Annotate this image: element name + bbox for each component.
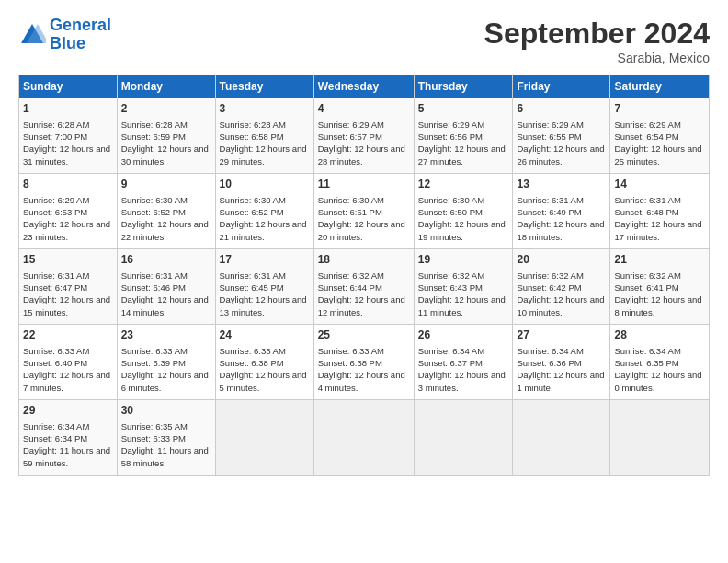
col-monday: Monday [117, 75, 215, 98]
col-tuesday: Tuesday [215, 75, 313, 98]
day-9: 9 Sunrise: 6:30 AMSunset: 6:52 PMDayligh… [117, 174, 215, 249]
day-8: 8 Sunrise: 6:29 AMSunset: 6:53 PMDayligh… [19, 174, 118, 249]
day-21: 21 Sunrise: 6:32 AMSunset: 6:41 PMDaylig… [610, 249, 710, 325]
day-13: 13 Sunrise: 6:31 AMSunset: 6:49 PMDaylig… [513, 174, 610, 249]
title-block: September 2024 Sarabia, Mexico [484, 17, 710, 65]
table-row: 1 Sunrise: 6:28 AMSunset: 7:00 PMDayligh… [19, 98, 710, 174]
logo-general: General [50, 16, 111, 34]
day-12: 12 Sunrise: 6:30 AMSunset: 6:50 PMDaylig… [414, 174, 513, 249]
table-row: 29 Sunrise: 6:34 AMSunset: 6:34 PMDaylig… [19, 400, 710, 476]
day-11: 11 Sunrise: 6:30 AMSunset: 6:51 PMDaylig… [313, 174, 414, 249]
day-7: 7 Sunrise: 6:29 AMSunset: 6:54 PMDayligh… [610, 98, 710, 174]
col-saturday: Saturday [610, 75, 710, 98]
day-22: 22 Sunrise: 6:33 AMSunset: 6:40 PMDaylig… [19, 325, 118, 400]
day-15: 15 Sunrise: 6:31 AMSunset: 6:47 PMDaylig… [19, 249, 118, 325]
empty-cell [313, 400, 414, 476]
location-subtitle: Sarabia, Mexico [484, 51, 710, 65]
day-28: 28 Sunrise: 6:34 AMSunset: 6:35 PMDaylig… [610, 325, 710, 400]
weekday-header-row: Sunday Monday Tuesday Wednesday Thursday… [19, 75, 710, 98]
col-thursday: Thursday [414, 75, 513, 98]
day-26: 26 Sunrise: 6:34 AMSunset: 6:37 PMDaylig… [414, 325, 513, 400]
empty-cell [215, 400, 313, 476]
day-10: 10 Sunrise: 6:30 AMSunset: 6:52 PMDaylig… [215, 174, 313, 249]
col-wednesday: Wednesday [313, 75, 414, 98]
day-27: 27 Sunrise: 6:34 AMSunset: 6:36 PMDaylig… [513, 325, 610, 400]
day-30: 30 Sunrise: 6:35 AMSunset: 6:33 PMDaylig… [117, 400, 215, 476]
day-23: 23 Sunrise: 6:33 AMSunset: 6:39 PMDaylig… [117, 325, 215, 400]
day-14: 14 Sunrise: 6:31 AMSunset: 6:48 PMDaylig… [610, 174, 710, 249]
col-sunday: Sunday [19, 75, 118, 98]
day-4: 4 Sunrise: 6:29 AMSunset: 6:57 PMDayligh… [313, 98, 414, 174]
empty-cell [610, 400, 710, 476]
day-3: 3 Sunrise: 6:28 AMSunset: 6:58 PMDayligh… [215, 98, 313, 174]
day-19: 19 Sunrise: 6:32 AMSunset: 6:43 PMDaylig… [414, 249, 513, 325]
logo: General Blue [18, 17, 111, 53]
logo-blue: Blue [50, 34, 85, 52]
month-title: September 2024 [484, 17, 710, 51]
col-friday: Friday [513, 75, 610, 98]
day-5: 5 Sunrise: 6:29 AMSunset: 6:56 PMDayligh… [414, 98, 513, 174]
table-row: 22 Sunrise: 6:33 AMSunset: 6:40 PMDaylig… [19, 325, 710, 400]
day-24: 24 Sunrise: 6:33 AMSunset: 6:38 PMDaylig… [215, 325, 313, 400]
calendar-table: Sunday Monday Tuesday Wednesday Thursday… [18, 75, 710, 476]
table-row: 15 Sunrise: 6:31 AMSunset: 6:47 PMDaylig… [19, 249, 710, 325]
day-20: 20 Sunrise: 6:32 AMSunset: 6:42 PMDaylig… [513, 249, 610, 325]
table-row: 8 Sunrise: 6:29 AMSunset: 6:53 PMDayligh… [19, 174, 710, 249]
day-2: 2 Sunrise: 6:28 AMSunset: 6:59 PMDayligh… [117, 98, 215, 174]
header: General Blue September 2024 Sarabia, Mex… [18, 17, 710, 65]
day-6: 6 Sunrise: 6:29 AMSunset: 6:55 PMDayligh… [513, 98, 610, 174]
day-17: 17 Sunrise: 6:31 AMSunset: 6:45 PMDaylig… [215, 249, 313, 325]
empty-cell [513, 400, 610, 476]
day-16: 16 Sunrise: 6:31 AMSunset: 6:46 PMDaylig… [117, 249, 215, 325]
page: General Blue September 2024 Sarabia, Mex… [0, 0, 728, 485]
day-29: 29 Sunrise: 6:34 AMSunset: 6:34 PMDaylig… [19, 400, 118, 476]
logo-text: General Blue [50, 17, 111, 53]
day-18: 18 Sunrise: 6:32 AMSunset: 6:44 PMDaylig… [313, 249, 414, 325]
day-1: 1 Sunrise: 6:28 AMSunset: 7:00 PMDayligh… [19, 98, 118, 174]
logo-icon [18, 21, 46, 49]
day-25: 25 Sunrise: 6:33 AMSunset: 6:38 PMDaylig… [313, 325, 414, 400]
empty-cell [414, 400, 513, 476]
